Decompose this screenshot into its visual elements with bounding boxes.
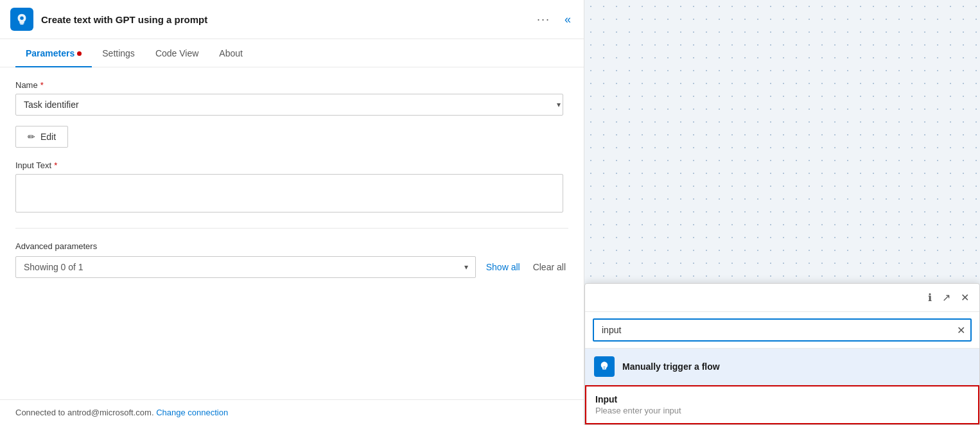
search-clear-button[interactable]: ✕ bbox=[957, 324, 965, 336]
right-panel: ℹ ↗ ✕ ✕ Manually trigger a flow I bbox=[584, 0, 980, 425]
trigger-label: Manually trigger a flow bbox=[622, 361, 720, 372]
result-item-subtitle: Please enter your input bbox=[595, 406, 969, 415]
footer: Connected to antrod@microsoft.com. Chang… bbox=[0, 399, 584, 425]
popup-close-button[interactable]: ✕ bbox=[958, 289, 972, 306]
tab-settings[interactable]: Settings bbox=[92, 39, 145, 67]
pencil-icon: ✏ bbox=[28, 132, 35, 142]
result-item[interactable]: Input Please enter your input bbox=[585, 385, 979, 424]
header: Create text with GPT using a prompt ··· … bbox=[0, 0, 584, 39]
tabs-bar: Parameters Settings Code View About bbox=[0, 39, 584, 67]
popup-info-button[interactable]: ℹ bbox=[925, 289, 934, 306]
input-text-field[interactable] bbox=[15, 174, 563, 212]
divider bbox=[15, 228, 568, 229]
svg-rect-1 bbox=[20, 23, 24, 24]
input-text-required-star: * bbox=[54, 160, 57, 170]
popup-toolbar: ℹ ↗ ✕ bbox=[585, 284, 979, 312]
connected-text: Connected to antrod@microsoft.com. bbox=[15, 408, 154, 417]
collapse-button[interactable]: « bbox=[562, 10, 573, 29]
name-select-wrapper: Task identifier ▾ bbox=[15, 94, 568, 116]
expand-icon: ↗ bbox=[942, 291, 950, 304]
tab-dot bbox=[77, 51, 82, 56]
header-actions: ··· « bbox=[533, 10, 573, 29]
ellipsis-button[interactable]: ··· bbox=[533, 10, 554, 29]
app-logo bbox=[10, 8, 33, 31]
search-wrapper: ✕ bbox=[585, 312, 979, 349]
advanced-row: Showing 0 of 1 ▾ Show all Clear all bbox=[15, 256, 568, 278]
svg-point-0 bbox=[20, 16, 24, 20]
input-text-field-group: Input Text * bbox=[15, 160, 568, 215]
popup-panel: ℹ ↗ ✕ ✕ Manually trigger a flow I bbox=[584, 283, 980, 425]
name-select[interactable]: Task identifier bbox=[15, 94, 563, 116]
tab-about[interactable]: About bbox=[209, 39, 253, 67]
edit-button[interactable]: ✏ Edit bbox=[15, 126, 68, 148]
show-all-button[interactable]: Show all bbox=[484, 262, 523, 272]
advanced-params-group: Advanced parameters Showing 0 of 1 ▾ Sho… bbox=[15, 241, 568, 278]
name-label: Name * bbox=[15, 80, 568, 90]
tab-codeview[interactable]: Code View bbox=[145, 39, 209, 67]
name-field-group: Name * Task identifier ▾ bbox=[15, 80, 568, 116]
info-icon: ℹ bbox=[928, 291, 932, 304]
form-body: Name * Task identifier ▾ ✏ Edit Input Te… bbox=[0, 67, 584, 399]
result-item-title: Input bbox=[595, 394, 969, 404]
name-required-star: * bbox=[40, 80, 44, 90]
trigger-icon bbox=[594, 356, 615, 377]
trigger-item[interactable]: Manually trigger a flow bbox=[585, 349, 979, 385]
input-text-label: Input Text * bbox=[15, 160, 568, 170]
close-icon: ✕ bbox=[961, 291, 969, 304]
advanced-select[interactable]: Showing 0 of 1 bbox=[15, 256, 476, 278]
left-panel: Create text with GPT using a prompt ··· … bbox=[0, 0, 584, 425]
clear-all-button[interactable]: Clear all bbox=[530, 262, 568, 272]
popup-expand-button[interactable]: ↗ bbox=[940, 289, 953, 306]
advanced-params-label: Advanced parameters bbox=[15, 241, 568, 251]
change-connection-link[interactable]: Change connection bbox=[156, 408, 228, 417]
header-title: Create text with GPT using a prompt bbox=[41, 14, 525, 25]
tab-parameters[interactable]: Parameters bbox=[15, 39, 92, 67]
advanced-select-wrapper: Showing 0 of 1 ▾ bbox=[15, 256, 476, 278]
search-input[interactable] bbox=[593, 318, 972, 342]
